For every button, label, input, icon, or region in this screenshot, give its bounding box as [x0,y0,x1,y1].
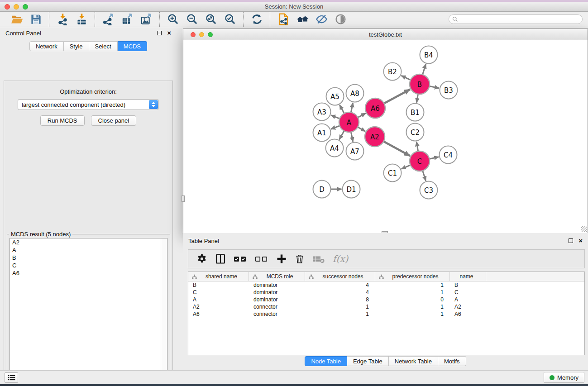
add-column-icon[interactable] [276,253,287,265]
tab-motifs[interactable]: Motifs [438,356,466,366]
node-A3[interactable]: A3 [313,103,331,121]
table-row[interactable]: A6connector11A6 [188,310,584,318]
export-image-icon[interactable] [139,13,153,26]
float-table-panel-icon[interactable] [569,238,573,243]
mcds-result-item[interactable]: C [10,262,167,269]
edge-B-B2[interactable] [401,76,411,80]
network-minimize-button[interactable] [199,32,204,37]
node-C2[interactable]: C2 [406,124,424,141]
node-A4[interactable]: A4 [326,139,344,157]
node-B3[interactable]: B3 [440,81,458,99]
window-resize-handle[interactable] [581,226,587,232]
edge-B-B3[interactable] [429,86,439,88]
task-history-button[interactable] [5,372,18,383]
network-canvas[interactable]: B4B2BB3A8A5A6B1A3AA1C2A2A4A7C4CC1C3DD1 [183,40,588,233]
select-all-icon[interactable] [234,253,247,265]
mcds-result-item[interactable]: B [10,254,167,262]
node-C1[interactable]: C1 [384,164,402,182]
float-panel-icon[interactable] [157,31,162,35]
open-file-icon[interactable] [10,13,24,26]
export-network-icon[interactable] [101,13,115,26]
zoom-window-button[interactable] [23,4,28,10]
tab-network-table[interactable]: Network Table [389,356,438,366]
table-row[interactable]: Adominator80A [188,296,584,303]
column-header-MCDS-role[interactable]: MCDS role [249,272,305,281]
memory-button[interactable]: Memory [544,372,584,383]
zoom-selected-icon[interactable] [223,13,237,26]
table-row[interactable]: Bdominator41B [188,281,584,289]
column-header-name[interactable]: name [450,272,486,281]
network-window-titlebar[interactable]: testGlobe.txt [183,29,588,40]
node-B4[interactable]: B4 [420,46,438,64]
column-header-predecessor-nodes[interactable]: predecessor nodes [375,272,450,281]
mcds-result-item[interactable]: A2 [10,238,167,246]
edge-A2-C[interactable] [383,141,410,156]
tab-network[interactable]: Network [29,41,64,51]
tab-mcds[interactable]: MCDS [118,41,147,51]
network-zoom-button[interactable] [208,32,213,37]
node-A5[interactable]: A5 [326,88,344,105]
refresh-network-icon[interactable] [250,13,263,26]
node-A2[interactable]: A2 [365,127,385,147]
edge-A-A6[interactable] [357,113,366,118]
save-session-icon[interactable] [29,13,43,26]
import-table-icon[interactable] [75,13,88,26]
show-eye-icon[interactable] [334,13,347,26]
node-A[interactable]: A [339,112,359,132]
column-header-shared-name[interactable]: shared name [188,272,249,281]
mcds-result-item[interactable]: A [10,246,167,254]
edge-A-A1[interactable] [331,125,340,129]
edge-C-C4[interactable] [429,157,439,159]
edge-C-C1[interactable] [402,165,411,169]
home-icon[interactable] [296,13,309,26]
import-network-icon[interactable] [56,13,69,26]
network-close-button[interactable] [191,32,196,37]
table-row[interactable]: Cdominator41C [188,289,584,296]
minimize-window-button[interactable] [14,4,19,10]
tab-select[interactable]: Select [89,41,118,51]
criterion-dropdown[interactable]: largest connected component (directed) [18,99,159,110]
left-resize-grip[interactable] [182,195,185,202]
run-mcds-button[interactable]: Run MCDS [40,115,85,126]
edge-A6-B[interactable] [383,89,410,104]
node-B1[interactable]: B1 [406,104,424,121]
node-A8[interactable]: A8 [346,85,364,102]
mcds-result-item[interactable]: A6 [10,269,167,277]
close-table-panel-icon[interactable]: × [578,238,583,243]
edge-A-A3[interactable] [331,115,340,119]
node-C3[interactable]: C3 [420,181,438,199]
edge-C-C3[interactable] [422,170,426,181]
tab-node-table[interactable]: Node Table [305,356,347,366]
node-B[interactable]: B [410,74,430,94]
new-network-from-selection-icon[interactable] [277,13,290,26]
edge-A-A8[interactable] [351,103,353,113]
result-list-scrollbar[interactable] [161,238,167,383]
deselect-all-icon[interactable] [255,253,268,265]
zoom-in-icon[interactable] [166,13,180,26]
close-window-button[interactable] [5,4,10,10]
delete-column-icon[interactable] [295,253,305,265]
close-panel-icon[interactable]: × [167,31,171,35]
close-panel-button[interactable]: Close panel [91,115,137,126]
table-row[interactable]: A2connector11A2 [188,303,584,310]
zoom-fit-icon[interactable] [204,13,218,26]
hide-panel-icon[interactable] [315,13,328,26]
export-table-icon[interactable] [120,13,134,26]
node-D[interactable]: D [313,181,331,198]
table-settings-icon[interactable] [196,253,207,265]
edge-B-B4[interactable] [422,64,426,76]
node-B2[interactable]: B2 [384,63,402,81]
node-A1[interactable]: A1 [313,124,331,142]
edge-A-A4[interactable] [339,130,345,139]
node-A7[interactable]: A7 [346,143,364,160]
tab-edge-table[interactable]: Edge Table [347,356,389,366]
edge-C-C2[interactable] [416,142,418,152]
column-header-successor-nodes[interactable]: successor nodes [305,272,375,281]
tab-style[interactable]: Style [64,41,89,51]
node-C[interactable]: C [410,151,430,171]
edge-A-A7[interactable] [351,131,353,142]
show-columns-icon[interactable] [215,253,226,265]
node-A6[interactable]: A6 [365,98,385,118]
search-input[interactable] [449,14,583,24]
edge-A-A5[interactable] [339,105,344,114]
